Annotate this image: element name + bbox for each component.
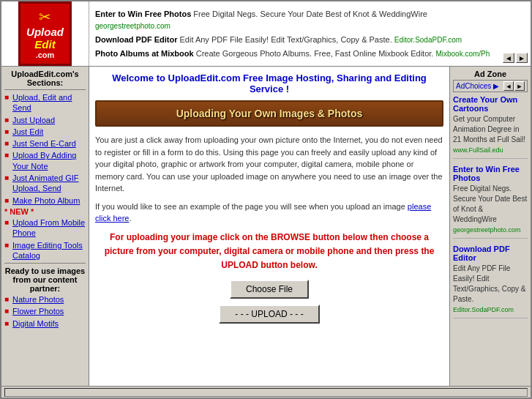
ad-block-3: Download PDF Editor Edit Any PDF File Ea…	[453, 245, 528, 318]
logo-area: ✂ Upload Edit .com	[1, 1, 89, 66]
bullet-icon-11: ■	[4, 307, 10, 315]
ad-block-2: Enter to Win Free Photos Free Digital Ne…	[453, 165, 528, 239]
banner-prev-button[interactable]: ◄	[503, 53, 514, 63]
sidebar-item-just-edit[interactable]: ■ Just Edit	[4, 127, 86, 137]
ad-block-1-title[interactable]: Create Your Own Cartoons	[453, 95, 528, 113]
banner-next-button[interactable]: ►	[516, 53, 528, 63]
sidebar-item-digital-motifs[interactable]: ■ Digital Motifs	[4, 318, 86, 329]
ad-block-1-link[interactable]: www.FullSail.edu	[453, 146, 528, 154]
new-label: * NEW *	[4, 207, 34, 216]
sidebar-link-mobile-upload[interactable]: Upload From Mobile Phone	[12, 217, 86, 239]
content-paragraph-1: You are just a click away from uploading…	[95, 134, 443, 195]
sidebar-link-photo-album[interactable]: Make Photo Album	[12, 195, 80, 206]
sidebar-link-nature-photos[interactable]: Nature Photos	[12, 294, 64, 305]
sidebar-item-animated-gif[interactable]: ■ Just Animated GIF Upload, Send	[4, 173, 86, 194]
sidebar-divider-2	[4, 263, 86, 264]
ad-zone: Ad Zone AdChoices ▶ ◄ ► Create Your Own …	[450, 67, 531, 386]
bullet-icon-3: ■	[4, 127, 10, 135]
banner-nav: ◄ ►	[500, 1, 531, 66]
logo-com: .com	[26, 51, 64, 59]
sidebar-link-upload-edit-send[interactable]: Upload, Edit and Send	[12, 92, 86, 113]
top-ads-area: Enter to Win Free Photos Free Digital Ne…	[89, 1, 500, 66]
top-ad-3: Photo Albums at Mixbook Create Gorgeous …	[95, 48, 494, 60]
top-ad-2-title: Download PDF Editor	[95, 35, 177, 44]
sidebar-title: UploadEdit.com's Sections:	[4, 70, 86, 87]
upload-button[interactable]: - - - UPLOAD - - -	[219, 305, 319, 324]
sidebar-link-upload-note[interactable]: Upload By Adding Your Note	[12, 150, 86, 171]
bullet-icon-4: ■	[4, 139, 10, 147]
scroll-track[interactable]	[4, 388, 528, 397]
upload-banner: Uploading Your Own Images & Photos	[95, 100, 443, 127]
sidebar-link-just-upload[interactable]: Just Upload	[12, 115, 55, 125]
top-ad-1-title: Enter to Win Free Photos	[95, 10, 191, 18]
upload-instruction: For uploading your image click on the BR…	[95, 231, 443, 273]
logo-icon: ✂	[26, 8, 64, 26]
sidebar-item-nature-photos[interactable]: ■ Nature Photos	[4, 294, 86, 305]
ad-block-2-link[interactable]: georgestreetphoto.com	[453, 226, 528, 234]
main-window: ✂ Upload Edit .com Enter to Win Free Pho…	[0, 0, 532, 399]
sidebar-item-just-upload[interactable]: ■ Just Upload	[4, 115, 86, 125]
sidebar-link-just-edit[interactable]: Just Edit	[12, 127, 43, 137]
sidebar-link-just-send-ecard[interactable]: Just Send E-Card	[12, 138, 76, 149]
ad-block-1: Create Your Own Cartoons Get your Comput…	[453, 95, 528, 159]
main-layout: UploadEdit.com's Sections: ■ Upload, Edi…	[1, 67, 531, 386]
ad-block-2-title[interactable]: Enter to Win Free Photos	[453, 165, 528, 182]
top-ad-2: Download PDF Editor Edit Any PDF File Ea…	[95, 34, 494, 46]
content-paragraph-2: If you would like to see an example of t…	[95, 201, 443, 225]
logo-edit: Edit	[26, 38, 64, 51]
ad-next-button[interactable]: ►	[514, 81, 525, 91]
top-ad-1-text: Free Digital Negs. Secure Your Date Best…	[193, 10, 427, 18]
top-ad-1: Enter to Win Free Photos Free Digital Ne…	[95, 8, 494, 32]
logo-upload: Upload	[26, 26, 64, 38]
sidebar-item-tools-catalog[interactable]: ■ Image Editing Tools Catalog	[4, 240, 86, 261]
bullet-icon-12: ■	[4, 319, 10, 327]
ad-block-1-text: Get your Computer Animation Degree in 21…	[453, 114, 528, 145]
top-ad-1-link[interactable]: georgestreetphoto.com	[95, 22, 171, 30]
partner-section-title: Ready to use images from our content par…	[4, 266, 86, 293]
sidebar-divider-1	[4, 89, 86, 90]
sidebar-item-just-send-ecard[interactable]: ■ Just Send E-Card	[4, 138, 86, 149]
sidebar-item-upload-note[interactable]: ■ Upload By Adding Your Note	[4, 150, 86, 171]
top-ad-3-link[interactable]: Mixbook.com/Ph	[435, 50, 490, 58]
ad-prev-button[interactable]: ◄	[503, 81, 514, 91]
choose-file-button[interactable]: Choose File	[230, 280, 309, 299]
bullet-icon-1: ■	[4, 93, 10, 101]
content-title: Welcome to UploadEdit.com Free Image Hos…	[95, 72, 443, 94]
sidebar-link-flower-photos[interactable]: Flower Photos	[12, 306, 64, 316]
sidebar: UploadEdit.com's Sections: ■ Upload, Edi…	[1, 67, 89, 386]
bullet-icon-6: ■	[4, 174, 10, 182]
paragraph-2-text: If you would like to see an example of t…	[95, 202, 408, 211]
ad-block-3-link[interactable]: Editor.SodaPDF.com	[453, 306, 528, 313]
paragraph-2-period: .	[129, 214, 131, 223]
logo-box: ✂ Upload Edit .com	[18, 1, 72, 66]
ad-choices-bar: AdChoices ▶ ◄ ►	[453, 80, 528, 92]
sidebar-link-tools-catalog[interactable]: Image Editing Tools Catalog	[12, 240, 86, 261]
bullet-icon-5: ■	[4, 151, 10, 159]
bullet-icon-10: ■	[4, 295, 10, 303]
sidebar-item-photo-album[interactable]: ■ Make Photo Album	[4, 195, 86, 206]
upload-banner-text: Uploading Your Own Images & Photos	[102, 108, 436, 119]
top-banner: ✂ Upload Edit .com Enter to Win Free Pho…	[1, 1, 531, 67]
ad-zone-title: Ad Zone	[453, 70, 528, 78]
ad-choices-label[interactable]: AdChoices ▶	[456, 82, 499, 90]
top-ad-3-text: Create Gorgeous Photo Albums. Free, Fast…	[196, 49, 434, 58]
ad-block-3-title[interactable]: Download PDF Editor	[453, 245, 528, 262]
ad-block-3-text: Edit Any PDF File Easily! Edit Text/Grap…	[453, 264, 528, 305]
bullet-icon-9: ■	[4, 241, 10, 249]
sidebar-item-flower-photos[interactable]: ■ Flower Photos	[4, 306, 86, 316]
bullet-icon-7: ■	[4, 196, 10, 204]
button-area: Choose File - - - UPLOAD - - -	[95, 280, 443, 324]
bottom-scrollbar[interactable]	[1, 386, 531, 398]
content-area: Welcome to UploadEdit.com Free Image Hos…	[89, 67, 450, 386]
top-ad-2-link[interactable]: Editor.SodaPDF.com	[394, 36, 462, 44]
top-ad-3-title: Photo Albums at Mixbook	[95, 49, 194, 58]
sidebar-link-digital-motifs[interactable]: Digital Motifs	[12, 318, 59, 329]
sidebar-item-mobile-upload[interactable]: ■ Upload From Mobile Phone	[4, 217, 86, 239]
top-ad-2-text: Edit Any PDF File Easily! Edit Text/Grap…	[180, 35, 392, 44]
sidebar-link-animated-gif[interactable]: Just Animated GIF Upload, Send	[12, 173, 86, 194]
bullet-icon-8: ■	[4, 218, 10, 226]
bullet-icon-2: ■	[4, 116, 10, 124]
ad-block-2-text: Free Digital Negs. Secure Your Date Best…	[453, 184, 528, 225]
sidebar-item-upload-edit-send[interactable]: ■ Upload, Edit and Send	[4, 92, 86, 113]
sidebar-new-badge: * NEW *	[4, 207, 86, 216]
